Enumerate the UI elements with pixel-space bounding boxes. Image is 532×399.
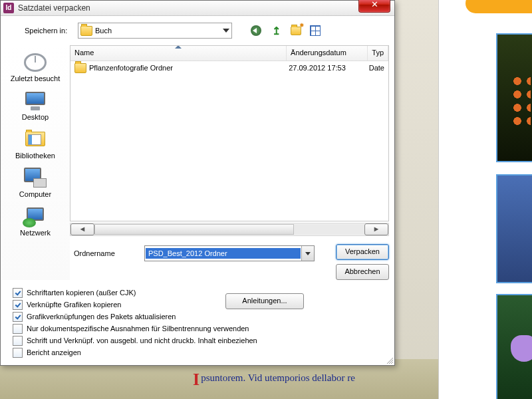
dialog-title: Satzdatei verpacken bbox=[18, 3, 90, 13]
sort-asc-icon bbox=[175, 45, 182, 49]
checkbox-copy-graphics[interactable]: Verknüpfte Grafiken kopieren bbox=[13, 299, 385, 311]
place-label: Computer bbox=[2, 190, 68, 198]
checkbox-label: Nur dokumentspezifische Ausnahmen für Si… bbox=[27, 325, 249, 332]
scroll-thumb[interactable] bbox=[94, 224, 294, 235]
folder-name-input[interactable]: PSD_Best_2012 Ordner bbox=[144, 245, 315, 261]
column-headers[interactable]: Name Änderungsdatum Typ bbox=[70, 46, 388, 61]
checkbox-icon bbox=[13, 312, 23, 322]
right-sidebar bbox=[438, 0, 532, 399]
table-row[interactable]: Pflanzenfotografie Ordner 27.09.2012 17:… bbox=[70, 61, 388, 74]
file-name: Pflanzenfotografie Ordner bbox=[89, 64, 173, 72]
views-icon bbox=[310, 25, 321, 36]
body-copy: Ipsuntorem. Vid utemporios dellabor re bbox=[193, 372, 432, 387]
scroll-track[interactable] bbox=[94, 224, 364, 235]
checkbox-icon bbox=[13, 288, 23, 298]
checkbox-show-report[interactable]: Bericht anzeigen bbox=[13, 346, 385, 358]
photo-flower-1[interactable] bbox=[496, 33, 532, 162]
package-dialog: Id Satzdatei verpacken ✕ Speichern in: B… bbox=[0, 0, 395, 366]
folder-name-label: Ordnername bbox=[70, 249, 138, 257]
cancel-button[interactable]: Abbrechen bbox=[336, 264, 389, 280]
indesign-icon: Id bbox=[3, 3, 14, 13]
recent-icon bbox=[23, 52, 48, 73]
computer-icon bbox=[23, 168, 48, 189]
location-dropdown[interactable]: Buch bbox=[78, 23, 232, 39]
save-in-label: Speichern in: bbox=[25, 27, 74, 35]
place-computer[interactable]: Computer bbox=[1, 164, 70, 202]
place-label: Netzwerk bbox=[2, 229, 68, 237]
back-button[interactable] bbox=[248, 23, 264, 39]
col-type[interactable]: Typ bbox=[368, 46, 388, 61]
scroll-left-button[interactable]: ◄ bbox=[70, 223, 94, 235]
places-bar: Zuletzt besucht Desktop Bibliotheken Com… bbox=[1, 45, 70, 280]
network-icon bbox=[23, 206, 48, 227]
checkbox-icon bbox=[13, 348, 23, 358]
package-button[interactable]: Verpacken bbox=[336, 244, 389, 260]
libraries-icon bbox=[23, 129, 48, 150]
view-menu-button[interactable] bbox=[308, 23, 324, 39]
checkbox-copy-fonts[interactable]: Schriftarten kopieren (außer CJK) bbox=[13, 287, 385, 299]
checkbox-label: Schriftarten kopieren (außer CJK) bbox=[27, 289, 136, 297]
new-folder-button[interactable] bbox=[288, 23, 304, 39]
place-label: Desktop bbox=[2, 113, 68, 121]
checkbox-label: Schrift und Verknüpf. von ausgebl. und n… bbox=[27, 336, 257, 344]
place-libraries[interactable]: Bibliotheken bbox=[1, 125, 70, 164]
checkbox-icon bbox=[13, 300, 23, 310]
combo-arrow-icon[interactable] bbox=[301, 246, 314, 261]
folder-name-value: PSD_Best_2012 Ordner bbox=[146, 248, 301, 259]
folder-icon bbox=[80, 26, 92, 36]
checkbox-hidden-content[interactable]: Schrift und Verknüpf. von ausgebl. und n… bbox=[13, 334, 385, 346]
checkbox-update-links[interactable]: Grafikverknüpfungen des Pakets aktualisi… bbox=[13, 311, 385, 323]
folder-icon bbox=[74, 63, 86, 73]
options-panel: Schriftarten kopieren (außer CJK) Verknü… bbox=[1, 280, 394, 365]
col-date[interactable]: Änderungsdatum bbox=[287, 46, 368, 61]
checkbox-icon bbox=[13, 336, 23, 346]
file-list[interactable]: Name Änderungsdatum Typ Pflanzenfotograf… bbox=[70, 45, 389, 221]
file-type: Date bbox=[365, 64, 388, 72]
new-folder-icon bbox=[291, 27, 301, 35]
place-desktop[interactable]: Desktop bbox=[1, 86, 70, 125]
checkbox-label: Verknüpfte Grafiken kopieren bbox=[27, 301, 121, 309]
orange-banner bbox=[466, 0, 532, 13]
place-recent[interactable]: Zuletzt besucht bbox=[1, 48, 70, 86]
checkbox-label: Grafikverknüpfungen des Pakets aktualisi… bbox=[27, 313, 176, 321]
location-value: Buch bbox=[95, 27, 112, 35]
checkbox-icon bbox=[13, 324, 23, 334]
up-one-level-button[interactable]: ↥ bbox=[268, 23, 284, 39]
place-label: Zuletzt besucht bbox=[2, 74, 68, 82]
photo-flower-2[interactable] bbox=[496, 174, 532, 283]
instructions-button[interactable]: Anleitungen... bbox=[225, 293, 304, 309]
titlebar[interactable]: Id Satzdatei verpacken ✕ bbox=[1, 1, 394, 16]
checkbox-label: Bericht anzeigen bbox=[27, 348, 81, 356]
resize-grip-icon[interactable] bbox=[385, 356, 393, 364]
up-icon: ↥ bbox=[272, 25, 281, 37]
horizontal-scrollbar[interactable]: ◄ ► bbox=[70, 223, 389, 236]
place-network[interactable]: Netzwerk bbox=[1, 202, 70, 241]
back-icon bbox=[251, 25, 261, 36]
save-in-row: Speichern in: Buch ↥ bbox=[1, 16, 394, 45]
scroll-right-button[interactable]: ► bbox=[364, 223, 388, 235]
photo-flower-3[interactable] bbox=[496, 294, 532, 399]
file-date: 27.09.2012 17:53 bbox=[285, 64, 365, 72]
col-name[interactable]: Name bbox=[70, 46, 287, 61]
desktop-icon bbox=[23, 90, 48, 112]
close-button[interactable]: ✕ bbox=[358, 0, 390, 13]
dropdown-arrow-icon bbox=[223, 29, 229, 33]
place-label: Bibliotheken bbox=[2, 152, 68, 160]
checkbox-hyphenation[interactable]: Nur dokumentspezifische Ausnahmen für Si… bbox=[13, 323, 385, 334]
